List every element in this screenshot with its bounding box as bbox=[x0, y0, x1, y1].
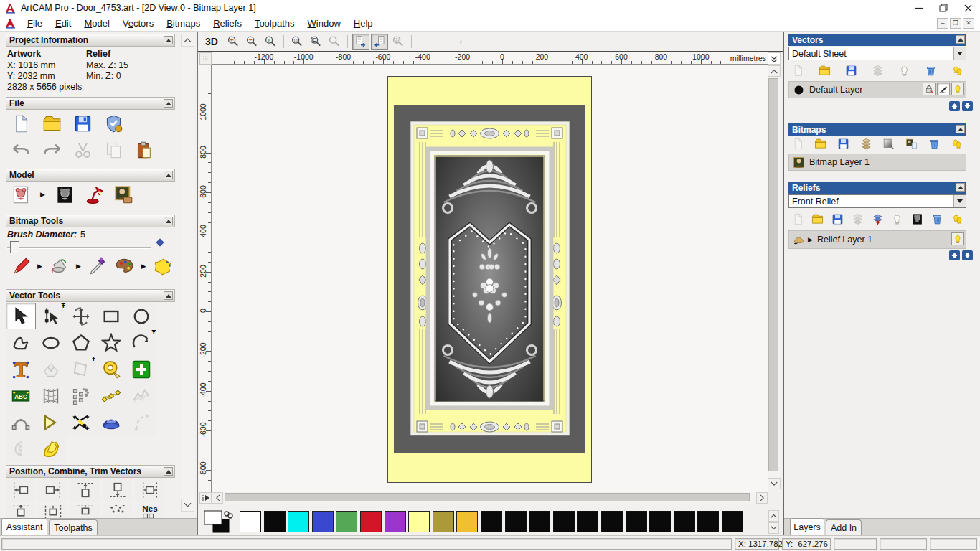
palette-scroll-up[interactable] bbox=[768, 510, 779, 522]
zoom-selected-button[interactable] bbox=[390, 34, 407, 50]
ellipse-tool-button[interactable] bbox=[36, 329, 66, 356]
palette-swatch[interactable] bbox=[674, 511, 695, 532]
greyscale-icon[interactable] bbox=[882, 137, 895, 150]
dropdown-arrow-icon[interactable] bbox=[953, 47, 966, 60]
combine-relief-icon[interactable] bbox=[871, 212, 884, 225]
mdi-minimize-button[interactable]: – bbox=[937, 18, 948, 29]
collapse-icon[interactable] bbox=[164, 217, 173, 225]
tab-layers[interactable]: Layers bbox=[790, 518, 824, 535]
flyout-pin-icon[interactable]: Ŧ bbox=[152, 329, 156, 336]
align-right-button[interactable] bbox=[38, 478, 67, 502]
brush-diameter-slider[interactable] bbox=[7, 247, 151, 249]
save-file-icon[interactable] bbox=[72, 113, 93, 134]
node-editing-button[interactable]: Ŧ bbox=[36, 303, 66, 329]
vector-tools-header[interactable]: Vector Tools bbox=[6, 289, 175, 302]
options-shield-icon[interactable] bbox=[103, 113, 124, 134]
redo-icon[interactable] bbox=[41, 139, 62, 161]
pan-view-button[interactable] bbox=[352, 34, 369, 50]
expand-arrow-icon[interactable]: ▶ bbox=[808, 236, 813, 243]
menu-help[interactable]: Help bbox=[347, 17, 380, 30]
merge-layers-icon[interactable] bbox=[859, 137, 872, 150]
palette-swatch[interactable] bbox=[697, 511, 719, 532]
restore-button[interactable] bbox=[931, 0, 956, 16]
move-layer-up-button[interactable] bbox=[949, 101, 960, 111]
palette-swatch[interactable] bbox=[360, 511, 382, 532]
menu-edit[interactable]: Edit bbox=[49, 17, 77, 30]
delete-layer-icon[interactable] bbox=[930, 212, 943, 225]
collapse-icon[interactable] bbox=[956, 35, 965, 44]
save-layer-icon[interactable] bbox=[837, 137, 849, 150]
new-layer-icon[interactable] bbox=[791, 137, 804, 150]
file-section-header[interactable]: File bbox=[6, 97, 175, 110]
centre-vertical-button[interactable] bbox=[6, 505, 35, 518]
close-button[interactable] bbox=[956, 0, 980, 16]
palette-swatch[interactable] bbox=[456, 511, 478, 532]
palette-swatch[interactable] bbox=[408, 511, 430, 532]
relief-layer-row[interactable]: ▶ Relief Layer 1 bbox=[788, 230, 966, 249]
join-vectors-button[interactable] bbox=[6, 409, 36, 435]
menu-file[interactable]: File bbox=[21, 17, 49, 30]
palette-swatch[interactable] bbox=[481, 511, 502, 532]
bitmap-copy-icon[interactable] bbox=[905, 137, 918, 150]
assistant-scroll-up[interactable] bbox=[181, 34, 194, 47]
menu-vectors[interactable]: Vectors bbox=[116, 17, 160, 30]
minimize-button[interactable] bbox=[907, 0, 931, 16]
merge-layers-icon[interactable] bbox=[871, 64, 884, 77]
rectangle-tool-button[interactable] bbox=[96, 303, 126, 329]
palette-swatch[interactable] bbox=[385, 511, 406, 532]
bitmap-layer-row[interactable]: Bitmap Layer 1 bbox=[788, 154, 966, 171]
menu-window[interactable]: Window bbox=[301, 17, 347, 30]
relief-select[interactable]: Front Relief bbox=[788, 194, 966, 208]
all-visible-icon[interactable] bbox=[951, 212, 963, 225]
text-tool-button[interactable] bbox=[6, 356, 36, 382]
move-layer-down-button[interactable] bbox=[962, 101, 973, 111]
zoom-in-button[interactable] bbox=[225, 34, 242, 50]
polygon-tool-button[interactable] bbox=[66, 329, 96, 356]
layer-colour-icon[interactable] bbox=[792, 83, 805, 96]
flyout-pin-icon[interactable]: Ŧ bbox=[62, 303, 66, 309]
save-layer-icon[interactable] bbox=[831, 212, 844, 225]
tab-assistant[interactable]: Assistant bbox=[1, 518, 47, 535]
hscroll-track[interactable] bbox=[223, 492, 756, 504]
hscroll-thumb[interactable] bbox=[225, 493, 750, 501]
palette-swatch[interactable] bbox=[626, 511, 647, 532]
measure-tool-button[interactable] bbox=[96, 356, 126, 382]
move-layer-up-button[interactable] bbox=[949, 250, 960, 260]
undo-icon[interactable] bbox=[10, 139, 32, 161]
star-tool-button[interactable] bbox=[96, 329, 126, 356]
reduce-points-button[interactable] bbox=[126, 382, 156, 409]
menu-model[interactable]: Model bbox=[77, 17, 116, 30]
align-centre-button[interactable] bbox=[135, 478, 164, 502]
bitmaps-header[interactable]: Bitmaps bbox=[788, 123, 966, 136]
trim-vectors-button[interactable] bbox=[66, 409, 96, 435]
view-3d-button[interactable]: 3D bbox=[205, 36, 218, 47]
delete-layer-icon[interactable] bbox=[928, 137, 941, 150]
flyout-arrow-icon[interactable]: ▶ bbox=[37, 263, 42, 270]
open-layer-icon[interactable] bbox=[818, 64, 831, 77]
flyout-pin-icon[interactable]: Ŧ bbox=[92, 356, 96, 362]
vector-doctor-button[interactable] bbox=[36, 435, 66, 462]
ruler-units-button[interactable] bbox=[768, 52, 781, 65]
zoom-1to1-button[interactable]: 1:1 bbox=[288, 34, 306, 50]
flyout-arrow-icon[interactable]: ▶ bbox=[141, 263, 146, 270]
paint-bucket-icon[interactable] bbox=[49, 255, 70, 277]
palette-swatch[interactable] bbox=[264, 511, 286, 532]
vscroll-track[interactable] bbox=[768, 77, 781, 478]
collapse-icon[interactable] bbox=[956, 183, 965, 192]
text-on-curve-button[interactable]: ABC bbox=[6, 382, 36, 409]
position-combine-trim-header[interactable]: Position, Combine, Trim Vectors bbox=[6, 465, 175, 478]
select-vectors-button[interactable] bbox=[6, 303, 36, 329]
zoom-out-button[interactable] bbox=[243, 34, 260, 50]
menu-bitmaps[interactable]: Bitmaps bbox=[160, 17, 207, 30]
all-visible-icon[interactable] bbox=[951, 137, 963, 150]
arc-tool-button[interactable]: Ŧ bbox=[126, 329, 156, 356]
toggle-visibility-icon[interactable] bbox=[897, 64, 910, 77]
primary-secondary-colours[interactable] bbox=[203, 509, 236, 535]
model-setup-icon[interactable] bbox=[10, 184, 32, 205]
paste-along-curve-button[interactable]: Ŧ bbox=[70, 505, 100, 518]
layer-visible-button[interactable] bbox=[951, 232, 964, 245]
scatter-copies-button[interactable] bbox=[103, 505, 132, 518]
transform-vectors-button[interactable] bbox=[66, 303, 96, 329]
collapse-icon[interactable] bbox=[164, 467, 173, 476]
collapse-icon[interactable] bbox=[164, 36, 173, 44]
